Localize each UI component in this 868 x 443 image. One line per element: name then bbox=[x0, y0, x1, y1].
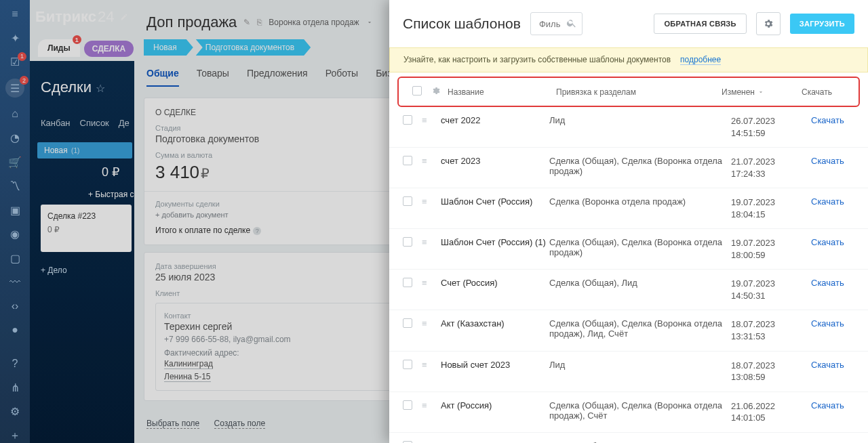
drag-icon[interactable]: ≡ bbox=[422, 156, 430, 166]
template-modified: 18.07.202313:31:53 bbox=[731, 318, 811, 342]
templates-slideover: Список шаблонов ОБРАТНАЯ СВЯЗЬ ЗАГРУЗИТЬ… bbox=[389, 0, 868, 443]
table-row[interactable]: ≡Акт (Казахстан)Сделка (Общая), Сделка (… bbox=[389, 310, 868, 351]
template-binding: Лид bbox=[549, 115, 731, 125]
select-all-checkbox[interactable] bbox=[412, 86, 422, 96]
download-link[interactable]: Скачать bbox=[811, 400, 854, 410]
template-modified: 26.07.202314:51:59 bbox=[731, 115, 811, 139]
download-link[interactable]: Скачать bbox=[811, 196, 854, 207]
slideover-header: Список шаблонов ОБРАТНАЯ СВЯЗЬ ЗАГРУЗИТЬ bbox=[389, 0, 868, 47]
template-name[interactable]: счет 2023 bbox=[441, 156, 549, 166]
row-checkbox[interactable] bbox=[403, 278, 412, 287]
row-checkbox[interactable] bbox=[403, 115, 412, 125]
download-link[interactable]: Скачать bbox=[811, 278, 854, 288]
template-name[interactable]: Счет (Россия) bbox=[441, 278, 549, 288]
col-modified[interactable]: Изменен bbox=[722, 87, 802, 97]
template-name[interactable]: Шаблон Счет (Россия) (1) bbox=[441, 237, 549, 247]
col-bind[interactable]: Привязка к разделам bbox=[556, 87, 722, 97]
hint-text: Узнайте, как настроить и загрузить собст… bbox=[403, 55, 671, 65]
template-binding: Сделка (Общая), Сделка (Воронка отдела п… bbox=[549, 400, 731, 421]
template-modified: 21.07.202317:24:33 bbox=[731, 156, 811, 180]
gear-icon bbox=[763, 18, 774, 29]
row-checkbox[interactable] bbox=[403, 156, 412, 165]
table-row[interactable]: ≡Акт (Беларусь)Сделка (Общая), Сделка (В… bbox=[389, 433, 868, 443]
chevron-down-icon bbox=[757, 89, 764, 96]
drag-icon[interactable]: ≡ bbox=[422, 360, 430, 370]
template-binding: Сделка (Общая), Сделка (Воронка отдела п… bbox=[549, 318, 731, 339]
templates-list: ≡счет 2022Лид26.07.202314:51:59Скачать≡с… bbox=[389, 107, 868, 443]
filter-wrap bbox=[530, 12, 583, 35]
template-name[interactable]: Шаблон Счет (Россия) bbox=[441, 196, 549, 207]
row-checkbox[interactable] bbox=[403, 360, 412, 369]
template-binding: Лид bbox=[549, 360, 731, 370]
table-row[interactable]: ≡Новый счет 2023Лид18.07.202313:08:59Ска… bbox=[389, 352, 868, 392]
template-name[interactable]: Акт (Россия) bbox=[441, 400, 549, 410]
table-row[interactable]: ≡Шаблон Счет (Россия) (1)Сделка (Общая),… bbox=[389, 229, 868, 270]
template-binding: Сделка (Воронка отдела продаж) bbox=[549, 196, 731, 207]
hint-link[interactable]: подробнее bbox=[680, 55, 721, 65]
table-row[interactable]: ≡Акт (Россия)Сделка (Общая), Сделка (Вор… bbox=[389, 392, 868, 433]
download-link[interactable]: Скачать bbox=[811, 237, 854, 247]
template-modified: 19.07.202318:00:59 bbox=[731, 237, 811, 261]
col-download: Скачать bbox=[802, 87, 845, 97]
table-row[interactable]: ≡Счет (Россия)Сделка (Общая), Лид19.07.2… bbox=[389, 270, 868, 310]
table-row[interactable]: ≡Шаблон Счет (Россия)Сделка (Воронка отд… bbox=[389, 188, 868, 229]
slideover-title: Список шаблонов bbox=[403, 16, 521, 32]
feedback-button[interactable]: ОБРАТНАЯ СВЯЗЬ bbox=[654, 14, 746, 34]
table-row[interactable]: ≡счет 2023Сделка (Общая), Сделка (Воронк… bbox=[389, 148, 868, 188]
template-name[interactable]: Новый счет 2023 bbox=[441, 360, 549, 370]
template-binding: Сделка (Общая), Сделка (Воронка отдела п… bbox=[549, 156, 731, 176]
drag-icon[interactable]: ≡ bbox=[422, 278, 430, 288]
template-modified: 21.06.202214:01:05 bbox=[731, 400, 811, 424]
hint-banner: Узнайте, как настроить и загрузить собст… bbox=[389, 47, 868, 72]
template-modified: 18.07.202313:08:59 bbox=[731, 360, 811, 383]
template-modified: 19.07.202318:04:15 bbox=[731, 196, 811, 220]
template-modified: 19.07.202314:50:31 bbox=[731, 278, 811, 301]
row-checkbox[interactable] bbox=[403, 237, 412, 247]
col-name[interactable]: Название bbox=[448, 87, 556, 97]
search-icon bbox=[566, 18, 577, 28]
template-name[interactable]: Акт (Казахстан) bbox=[441, 318, 549, 329]
drag-icon[interactable]: ≡ bbox=[422, 400, 430, 410]
row-checkbox[interactable] bbox=[403, 400, 412, 410]
upload-button[interactable]: ЗАГРУЗИТЬ bbox=[790, 14, 854, 34]
download-link[interactable]: Скачать bbox=[811, 115, 854, 125]
row-checkbox[interactable] bbox=[403, 318, 412, 328]
table-row[interactable]: ≡счет 2022Лид26.07.202314:51:59Скачать bbox=[389, 107, 868, 148]
download-link[interactable]: Скачать bbox=[811, 318, 854, 329]
row-checkbox[interactable] bbox=[403, 196, 412, 206]
download-link[interactable]: Скачать bbox=[811, 360, 854, 370]
download-link[interactable]: Скачать bbox=[811, 156, 854, 166]
template-binding: Сделка (Общая), Сделка (Воронка отдела п… bbox=[549, 237, 731, 257]
drag-icon[interactable]: ≡ bbox=[422, 237, 430, 247]
drag-icon[interactable]: ≡ bbox=[422, 318, 430, 329]
drag-icon[interactable]: ≡ bbox=[422, 115, 430, 125]
template-name[interactable]: счет 2022 bbox=[441, 115, 549, 125]
column-settings-icon[interactable] bbox=[431, 86, 448, 98]
list-header: Название Привязка к разделам Изменен Ска… bbox=[397, 77, 860, 107]
template-binding: Сделка (Общая), Лид bbox=[549, 278, 731, 288]
settings-button[interactable] bbox=[756, 12, 781, 35]
drag-icon[interactable]: ≡ bbox=[422, 196, 430, 207]
